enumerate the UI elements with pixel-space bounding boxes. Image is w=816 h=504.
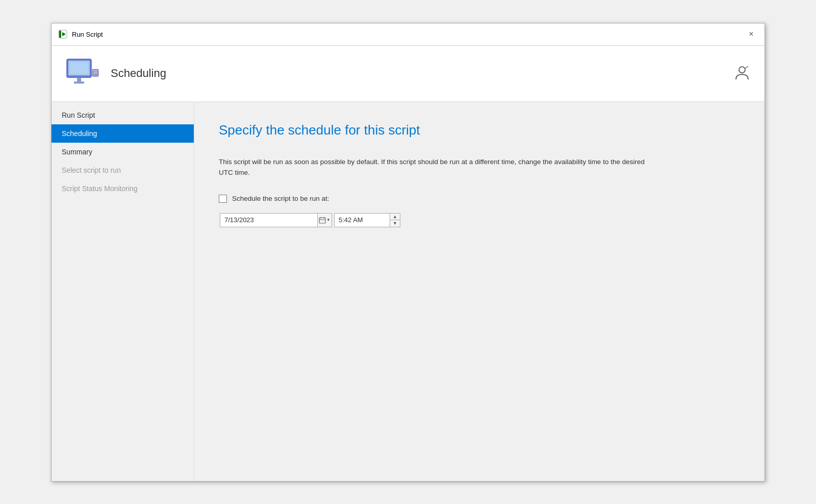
svg-point-12: [739, 67, 745, 73]
page-heading: Specify the schedule for this script: [219, 122, 740, 138]
main-content: Run Script Scheduling Summary Select scr…: [52, 102, 764, 481]
header-left: Scheduling: [64, 55, 166, 92]
content-panel: Specify the schedule for this script Thi…: [194, 102, 764, 481]
datetime-row: 7/13/2023 ▼ 5:42 AM: [220, 213, 740, 227]
title-bar-left: Run Script: [58, 29, 103, 39]
svg-rect-6: [74, 82, 84, 84]
date-input[interactable]: 7/13/2023 ▼: [220, 213, 332, 227]
calendar-icon: [319, 217, 326, 224]
schedule-checkbox[interactable]: [219, 195, 227, 203]
time-spinner[interactable]: ▲ ▼: [390, 214, 400, 227]
run-script-svg-icon: [58, 30, 67, 39]
svg-rect-8: [93, 70, 97, 71]
computer-icon: [64, 55, 100, 92]
svg-rect-1: [59, 31, 61, 38]
user-icon: [732, 63, 752, 84]
description-text: This script will be run as soon as possi…: [219, 156, 657, 178]
svg-rect-14: [319, 218, 325, 223]
time-decrement-button[interactable]: ▼: [390, 220, 400, 227]
svg-rect-9: [93, 72, 97, 73]
run-script-icon: [58, 29, 68, 39]
svg-rect-5: [77, 77, 81, 82]
header-area: Scheduling: [52, 46, 764, 102]
schedule-option: Schedule the script to be run at:: [219, 195, 740, 203]
sidebar-item-script-status: Script Status Monitoring: [52, 179, 194, 198]
header-title: Scheduling: [111, 67, 166, 80]
window: Run Script × Scheduling: [51, 23, 765, 482]
date-picker-button[interactable]: ▼: [317, 214, 332, 227]
time-input[interactable]: 5:42 AM ▲ ▼: [334, 213, 400, 227]
date-value: 7/13/2023: [220, 216, 317, 224]
sidebar-item-select-script: Select script to run: [52, 161, 194, 179]
svg-rect-11: [70, 62, 88, 74]
sidebar-item-run-script[interactable]: Run Script: [52, 106, 194, 124]
close-button[interactable]: ×: [744, 27, 758, 41]
time-increment-button[interactable]: ▲: [390, 214, 400, 221]
title-bar: Run Script ×: [52, 23, 764, 46]
svg-line-13: [745, 66, 748, 68]
dropdown-arrow-icon: ▼: [326, 218, 330, 222]
person-svg-icon: [733, 64, 751, 83]
title-bar-title: Run Script: [72, 31, 103, 38]
sidebar-item-scheduling[interactable]: Scheduling: [52, 124, 194, 143]
schedule-label: Schedule the script to be run at:: [232, 195, 329, 202]
sidebar: Run Script Scheduling Summary Select scr…: [52, 102, 194, 481]
sidebar-item-summary[interactable]: Summary: [52, 143, 194, 161]
svg-point-10: [93, 74, 95, 76]
time-value: 5:42 AM: [335, 216, 390, 224]
